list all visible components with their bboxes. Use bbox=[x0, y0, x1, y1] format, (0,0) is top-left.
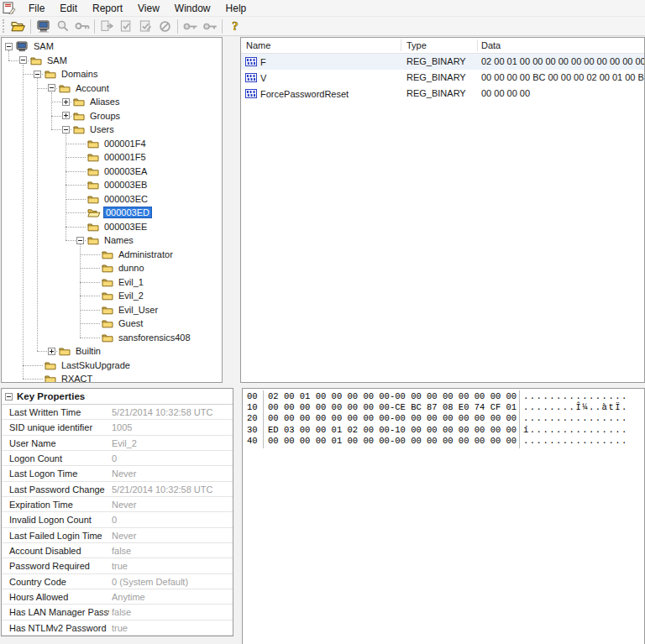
folder-icon bbox=[87, 194, 99, 204]
hex-viewer-panel[interactable]: 0002 00 01 00 00 00 00 00-00 00 00 00 00… bbox=[242, 388, 645, 644]
expand-toggle[interactable] bbox=[62, 126, 70, 134]
tree-item[interactable]: Evil_2 bbox=[102, 289, 145, 303]
tree-item[interactable]: 000001F4 bbox=[87, 137, 148, 151]
toolbar: ? bbox=[0, 17, 645, 36]
tree-item[interactable]: 000003EB bbox=[87, 178, 149, 192]
value-row[interactable]: ForcePasswordResetREG_BINARY00 00 00 00 bbox=[241, 86, 644, 102]
tree-item[interactable]: 000003ED bbox=[87, 206, 151, 220]
tree-item[interactable]: Evil_1 bbox=[102, 275, 145, 290]
hex-ascii: í............... bbox=[523, 425, 628, 435]
folder-icon bbox=[102, 318, 113, 328]
hex-offset: 40 bbox=[247, 436, 258, 446]
tree-item[interactable]: Names bbox=[87, 233, 135, 248]
tree-item[interactable]: sansforensics408 bbox=[102, 331, 192, 345]
tree-item-label: Names bbox=[102, 235, 135, 245]
expand-toggle[interactable] bbox=[19, 56, 27, 64]
tree-connector-line bbox=[66, 157, 86, 158]
hex-offset: 30 bbox=[247, 425, 258, 435]
hex-bytes: 02 00 01 00 00 00 00 00-00 00 00 00 00 0… bbox=[268, 391, 517, 401]
property-row: Last Failed Login TimeNever bbox=[2, 528, 233, 543]
tree-item[interactable]: Domains bbox=[45, 67, 99, 81]
folder-icon bbox=[45, 69, 56, 79]
column-separator[interactable] bbox=[477, 39, 478, 51]
property-label: Account Disabled bbox=[9, 546, 109, 556]
tree-item[interactable]: 000003EA bbox=[87, 165, 149, 179]
property-label: Password Required bbox=[9, 561, 109, 571]
binary-value-icon bbox=[245, 89, 257, 98]
menu-window[interactable]: Window bbox=[167, 2, 218, 15]
property-value: Evil_2 bbox=[112, 438, 231, 448]
tree-item[interactable]: 000001F5 bbox=[87, 150, 148, 165]
document-icon[interactable] bbox=[3, 2, 18, 15]
binary-value-icon bbox=[245, 57, 257, 66]
tree-connector-line bbox=[8, 50, 9, 60]
value-data: 00 00 00 00 bbox=[481, 88, 644, 98]
value-row[interactable]: FREG_BINARY02 00 01 00 00 00 00 00 00 00… bbox=[241, 54, 644, 70]
collapse-toggle[interactable] bbox=[5, 393, 13, 401]
folder-icon bbox=[102, 291, 113, 301]
tree-item[interactable]: Builtin bbox=[59, 344, 102, 359]
menu-help[interactable]: Help bbox=[218, 2, 254, 15]
tree-connector-line bbox=[80, 254, 100, 255]
tree-item[interactable]: Account bbox=[59, 81, 111, 96]
folder-icon bbox=[59, 346, 71, 356]
help-button[interactable]: ? bbox=[225, 18, 244, 34]
menu-report[interactable]: Report bbox=[85, 2, 130, 15]
tree-item[interactable]: Guest bbox=[102, 317, 144, 331]
property-row: Has NTLMv2 Passwordtrue bbox=[2, 620, 233, 636]
column-header-name[interactable]: Name bbox=[246, 40, 270, 50]
value-name: ForcePasswordReset bbox=[245, 86, 349, 102]
folder-icon bbox=[73, 97, 85, 107]
tree-item-label: dunno bbox=[117, 263, 146, 273]
tree-item[interactable]: 000003EE bbox=[87, 220, 149, 234]
folder-icon bbox=[87, 139, 99, 149]
tree-item[interactable]: Evil_User bbox=[102, 303, 160, 317]
tree-item[interactable]: SAM bbox=[16, 39, 55, 54]
tree-connector-line bbox=[66, 199, 86, 200]
tree-item[interactable]: Groups bbox=[73, 109, 122, 123]
column-separator[interactable] bbox=[401, 39, 401, 51]
hex-row: 2000 00 00 00 00 00 00 00-00 00 00 00 00… bbox=[243, 413, 644, 424]
value-row[interactable]: VREG_BINARY00 00 00 00 BC 00 00 00 02 00… bbox=[241, 70, 644, 86]
expand-toggle[interactable] bbox=[76, 237, 84, 244]
tree-item[interactable]: 000003EC bbox=[87, 192, 149, 207]
hex-ascii: ................ bbox=[523, 391, 628, 401]
property-label: Hours Allowed bbox=[9, 592, 109, 602]
expand-toggle[interactable] bbox=[34, 71, 41, 78]
expand-toggle[interactable] bbox=[5, 43, 13, 50]
property-label: Last Failed Login Time bbox=[9, 531, 109, 541]
tree-connector-line bbox=[80, 268, 100, 269]
tree-item[interactable]: Users bbox=[73, 123, 116, 137]
hex-row: 4000 00 00 00 01 00 00 00-00 00 00 00 00… bbox=[243, 436, 644, 447]
tree-item-label: Groups bbox=[88, 111, 122, 121]
column-header-type[interactable]: Type bbox=[406, 40, 427, 50]
property-row: SID unique identifier1005 bbox=[2, 420, 233, 435]
open-folder-button[interactable] bbox=[8, 18, 28, 34]
tree-item[interactable]: SAM bbox=[30, 54, 69, 68]
column-header-data[interactable]: Data bbox=[481, 40, 501, 50]
computer-button[interactable] bbox=[34, 18, 53, 34]
hex-offset: 20 bbox=[247, 413, 258, 423]
tree-item[interactable]: Aliases bbox=[73, 95, 121, 109]
folder-icon bbox=[87, 235, 99, 245]
menu-file[interactable]: File bbox=[21, 2, 52, 15]
expand-toggle[interactable] bbox=[62, 112, 70, 119]
folder-icon bbox=[73, 111, 85, 121]
folder-icon bbox=[102, 277, 113, 287]
key-properties-header: Key Properties bbox=[2, 389, 233, 405]
expand-toggle[interactable] bbox=[62, 98, 70, 106]
expand-toggle[interactable] bbox=[48, 348, 55, 355]
tree-item[interactable]: LastSkuUpgrade bbox=[45, 359, 132, 373]
tree-item[interactable]: dunno bbox=[102, 261, 146, 275]
hex-row: 30ED 03 00 00 01 02 00 00-10 00 00 00 00… bbox=[243, 425, 644, 436]
property-row: User NameEvil_2 bbox=[2, 436, 233, 451]
tree-item[interactable]: Administrator bbox=[102, 248, 175, 262]
property-value: true bbox=[112, 561, 231, 571]
values-panel: NameTypeData FREG_BINARY02 00 01 00 00 0… bbox=[240, 37, 645, 383]
menu-edit[interactable]: Edit bbox=[52, 2, 85, 15]
menu-view[interactable]: View bbox=[130, 2, 167, 15]
tree-item[interactable]: RXACT bbox=[45, 372, 94, 383]
tree-item-label: Users bbox=[88, 124, 116, 134]
expand-toggle[interactable] bbox=[48, 84, 55, 92]
toolbar-grip-handle[interactable] bbox=[3, 19, 4, 33]
